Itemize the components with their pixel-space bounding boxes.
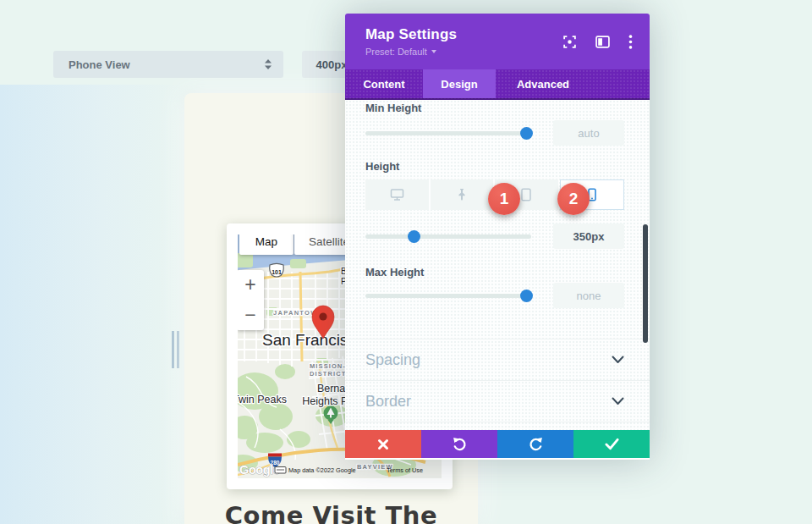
map-settings-modal: Map Settings Preset: Default <box>345 14 650 460</box>
focus-expand-icon[interactable] <box>562 35 577 49</box>
modal-tabs: Content Design Advanced <box>345 69 650 100</box>
chevron-down-icon <box>612 356 624 364</box>
chevron-down-icon <box>612 397 624 405</box>
height-input[interactable]: 350px <box>553 223 624 249</box>
tab-content[interactable]: Content <box>345 69 423 98</box>
redo-icon <box>528 436 544 452</box>
screen: Phone View 400px <box>0 0 812 524</box>
view-mode-value: Phone View <box>69 58 263 71</box>
modal-body: Min Height auto Height <box>345 100 650 430</box>
preview-width-value: 400px <box>316 58 348 71</box>
view-mode-select[interactable]: Phone View <box>53 51 283 78</box>
annotation-badge-2: 2 <box>557 183 590 215</box>
map-label-mission-1: MISSION- <box>310 362 346 370</box>
map-label-twin-peaks: Twin Peaks <box>238 394 287 405</box>
tab-design[interactable]: Design <box>423 69 496 98</box>
modal-title: Map Settings <box>365 26 562 43</box>
annotation-badge-1: 1 <box>488 183 520 215</box>
google-logo[interactable]: Google <box>239 463 280 477</box>
save-button[interactable] <box>573 430 650 458</box>
min-height-slider-knob[interactable] <box>520 127 533 140</box>
kebab-menu-icon[interactable] <box>628 35 633 49</box>
pin-icon <box>456 188 468 201</box>
device-desktop-button[interactable] <box>365 179 429 210</box>
max-height-label: Max Height <box>365 266 624 279</box>
map-zoom-control: + − <box>238 270 264 330</box>
max-height-input[interactable]: none <box>553 283 624 308</box>
panel-layout-icon[interactable] <box>595 36 610 48</box>
modal-footer <box>345 430 650 458</box>
undo-icon <box>452 436 468 452</box>
height-slider[interactable] <box>365 234 531 239</box>
select-arrows-icon <box>263 58 273 70</box>
preset-selector[interactable]: Preset: Default <box>365 47 562 57</box>
page-background-gradient <box>0 85 184 524</box>
map-type-button-map[interactable]: Map <box>239 234 294 255</box>
height-row: 350px <box>365 223 624 249</box>
zoom-in-button[interactable]: + <box>238 270 264 301</box>
tab-advanced[interactable]: Advanced <box>496 69 590 98</box>
height-slider-knob[interactable] <box>408 230 420 243</box>
preset-caret-icon <box>431 50 436 53</box>
map-label-mission-2: DISTRICT <box>310 370 346 378</box>
modal-scrollbar[interactable] <box>643 224 648 343</box>
close-icon <box>377 439 389 450</box>
discard-button[interactable] <box>345 430 421 458</box>
modal-header[interactable]: Map Settings Preset: Default <box>345 14 650 69</box>
page-heading: Come Visit The Studio! <box>184 501 478 524</box>
max-height-slider[interactable] <box>365 294 531 298</box>
section-toggle-spacing[interactable]: Spacing <box>365 339 624 380</box>
svg-text:101: 101 <box>272 269 282 275</box>
preview-resize-handle[interactable] <box>172 331 181 368</box>
min-height-input[interactable]: auto <box>553 120 624 146</box>
zoom-out-button[interactable]: − <box>238 301 264 331</box>
min-height-slider[interactable] <box>365 131 531 135</box>
section-toggle-border[interactable]: Border <box>365 381 624 422</box>
desktop-icon <box>390 188 404 201</box>
map-label-bernal-1: Bernal <box>317 383 348 394</box>
map-data-text: Map data ©2022 Google <box>288 466 356 474</box>
us101-shield: 101 <box>270 263 284 277</box>
min-height-label: Min Height <box>365 102 624 115</box>
terms-of-use-link[interactable]: Terms of Use <box>387 466 423 474</box>
max-height-row: none <box>365 283 624 308</box>
tablet-icon <box>520 188 532 201</box>
height-label: Height <box>365 160 624 174</box>
min-height-row: auto <box>365 120 624 146</box>
max-height-slider-knob[interactable] <box>520 290 533 302</box>
check-icon <box>605 438 619 450</box>
device-hover-button[interactable] <box>431 179 494 210</box>
redo-button[interactable] <box>497 430 573 458</box>
undo-button[interactable] <box>421 430 497 458</box>
